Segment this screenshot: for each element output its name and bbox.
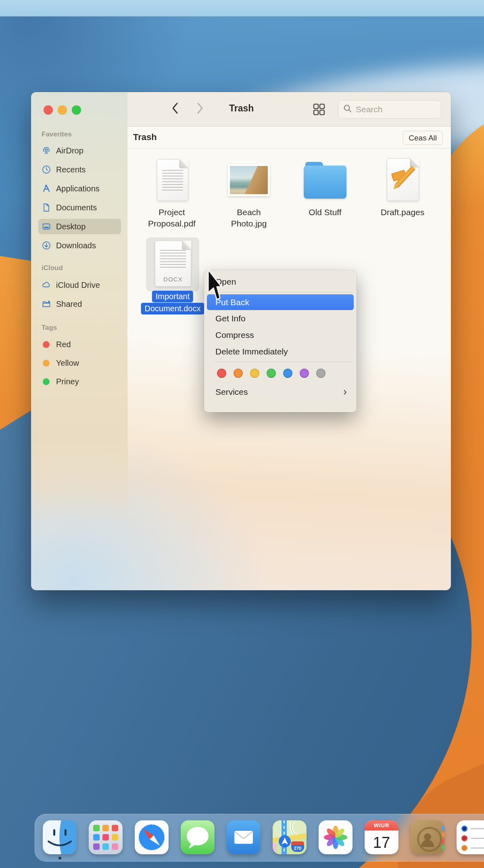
folder-icon <box>304 166 346 199</box>
dock-photos-icon[interactable] <box>319 820 353 854</box>
sidebar-item-applications[interactable]: Applications <box>38 181 121 196</box>
mouse-cursor-icon <box>207 269 223 304</box>
green-tag-icon <box>43 378 50 385</box>
interstate-shield: 270 <box>291 841 304 852</box>
page-text-lines <box>162 170 183 191</box>
window-title: Trash <box>229 103 254 114</box>
sidebar-item-recents[interactable]: Recents <box>38 162 121 177</box>
menu-item-delete-immediately[interactable]: Delete Immediately <box>204 343 357 360</box>
yellow-tag-icon <box>43 360 50 367</box>
file-name: BeachPhoto.jpg <box>209 207 289 229</box>
sidebar-item-label: iCloud Drive <box>56 281 100 290</box>
page-fold <box>179 159 188 168</box>
sidebar-item-tag-red[interactable]: Red <box>38 337 121 352</box>
menu-item-open[interactable]: Open <box>204 273 357 290</box>
dock-calendar-icon[interactable]: WIUR 17 <box>365 820 398 854</box>
clear-all-button[interactable]: Ceas All <box>403 131 443 145</box>
menu-item-compress[interactable]: Compress <box>204 327 357 343</box>
menu-item-get-info[interactable]: Get Info <box>204 310 357 327</box>
page-fold <box>182 241 191 250</box>
back-button[interactable] <box>167 101 183 117</box>
desktop-icon <box>42 222 51 231</box>
sidebar-item-documents[interactable]: Documents <box>38 200 121 215</box>
sidebar-item-tag-yellow[interactable]: Yellow <box>38 355 121 371</box>
menu-separator <box>215 292 353 292</box>
services-label: Services <box>215 387 248 397</box>
dock-finder-icon[interactable] <box>43 820 77 854</box>
menu-item-services[interactable]: Services › <box>204 384 357 400</box>
file-name: ProjectProposal.pdf <box>131 207 212 229</box>
sidebar-item-label: AirDrop <box>56 146 83 155</box>
sidebar-item-label: Recents <box>56 165 86 174</box>
sidebar-item-downloads[interactable]: Downloads <box>38 238 121 253</box>
file-name-line1: Important <box>152 291 193 302</box>
document-icon <box>42 203 51 212</box>
zoom-button[interactable] <box>72 105 81 115</box>
sidebar-item-label: Documents <box>56 203 97 212</box>
dock-launchpad-icon[interactable] <box>89 820 123 854</box>
sidebar-section-favorites: Faverites <box>42 130 72 138</box>
close-button[interactable] <box>44 105 53 115</box>
download-circle-icon <box>42 241 51 250</box>
minimize-button[interactable] <box>58 105 67 115</box>
red-tag-button[interactable] <box>217 369 226 378</box>
folder-title: Trash <box>133 132 157 143</box>
clear-all-label: Ceas All <box>409 134 437 143</box>
sidebar-item-label: Desktop <box>56 222 86 231</box>
shared-folder-icon <box>42 299 51 309</box>
finder-running-indicator <box>58 857 61 860</box>
sidebar-item-label: Applications <box>56 184 100 193</box>
calendar-month-label: WIUR <box>365 820 398 830</box>
sidebar-item-label: Red <box>56 340 71 349</box>
airdrop-icon <box>42 146 51 155</box>
sidebar-section-icloud: iCloud <box>42 264 63 272</box>
menu-item-put-back[interactable]: Put Back <box>207 294 354 310</box>
page-fold <box>410 158 419 168</box>
search-icon <box>343 104 352 115</box>
photo-thumbnail <box>228 164 270 196</box>
sidebar-divider <box>127 92 127 500</box>
menu-bar <box>0 0 484 17</box>
view-grid-button[interactable] <box>312 103 326 118</box>
forward-button[interactable] <box>192 101 208 117</box>
sidebar-item-tag-priney[interactable]: Priney <box>38 374 121 389</box>
file-name: Old Stuff <box>285 207 365 218</box>
dock-mail-icon[interactable] <box>227 820 261 854</box>
path-header: Trash Ceas All <box>127 127 451 149</box>
purple-tag-button[interactable] <box>300 369 309 378</box>
sidebar-item-label: Downloads <box>56 241 96 250</box>
dock-maps-icon[interactable]: 270 <box>273 820 307 854</box>
orange-tag-button[interactable] <box>234 369 243 378</box>
dock-reminders-icon[interactable] <box>457 820 484 854</box>
chevron-left-icon <box>171 102 179 116</box>
submenu-chevron-icon: › <box>343 386 347 397</box>
dock-safari-icon[interactable] <box>135 820 169 854</box>
chevron-right-icon <box>196 102 204 116</box>
sidebar-item-shared[interactable]: Shared <box>38 296 121 312</box>
sidebar-item-label: Yellow <box>56 359 79 368</box>
sidebar-item-desktop[interactable]: Desktop <box>38 219 121 234</box>
docx-badge: DOCX <box>155 276 191 283</box>
file-name: Draft.pages <box>362 207 443 218</box>
tag-color-row <box>204 364 357 382</box>
file-name-line2: Document.docx <box>141 303 204 314</box>
search-placeholder: Search <box>356 105 383 114</box>
sidebar-item-label: Priney <box>56 377 79 386</box>
dock-messages-icon[interactable] <box>181 820 215 854</box>
sidebar-item-airdrop[interactable]: AirDrop <box>38 143 121 158</box>
sidebar-item-label: Shared <box>56 300 82 309</box>
toolbar: Trash Search <box>127 92 451 127</box>
menu-separator <box>215 362 353 362</box>
calendar-day-label: 17 <box>365 831 398 854</box>
grid-view-icon <box>312 103 326 118</box>
clock-icon <box>42 165 51 174</box>
red-tag-icon <box>43 341 50 348</box>
dock-contacts-icon[interactable] <box>411 820 444 854</box>
yellow-tag-button[interactable] <box>250 369 259 378</box>
green-tag-button[interactable] <box>267 369 276 378</box>
gray-tag-button[interactable] <box>316 369 325 378</box>
search-input[interactable]: Search <box>338 100 441 119</box>
sidebar-item-icloud-drive[interactable]: iCloud Drive <box>38 277 121 293</box>
blue-tag-button[interactable] <box>283 369 292 378</box>
app-store-a-icon <box>42 184 51 193</box>
